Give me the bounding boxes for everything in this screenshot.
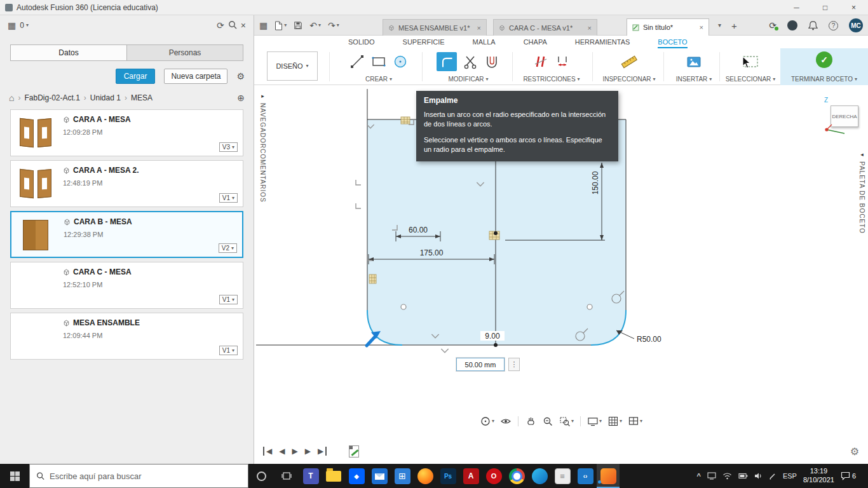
comentarios-panel-tab[interactable]: COMENTARIOS (259, 149, 266, 205)
timeline-skip-end-button[interactable]: ▶ (317, 447, 327, 456)
home-icon[interactable]: ⌂ (9, 93, 14, 102)
teams-icon[interactable] (299, 464, 322, 488)
speaker-icon[interactable] (754, 472, 763, 480)
list-item[interactable]: CARA C - MESA 12:52:10 PM V1▾ (10, 262, 243, 309)
file-explorer-icon[interactable] (322, 464, 345, 488)
breadcrumb-folder[interactable]: Unidad 1 (90, 93, 121, 102)
list-item-selected[interactable]: CARA B - MESA 12:29:38 PM V2▾ (10, 211, 243, 258)
measure-ruler-icon[interactable] (620, 53, 638, 70)
close-tab-icon[interactable]: × (588, 24, 592, 32)
line-tool-icon[interactable] (349, 53, 365, 70)
circle-tool-icon[interactable] (392, 53, 409, 70)
new-folder-button[interactable]: Nueva carpeta (164, 69, 227, 84)
store-icon[interactable] (391, 464, 414, 488)
fillet-radius-input[interactable] (456, 358, 505, 371)
model-canvas[interactable]: 60.00 175.00 150.00 (254, 85, 868, 438)
search-icon[interactable] (228, 20, 237, 30)
timeline-step-forward-button[interactable]: ▶ (304, 447, 311, 456)
timeline-step-back-button[interactable]: ◀ (278, 447, 285, 456)
notifications-bell-icon[interactable] (808, 20, 818, 30)
group-label-crear[interactable]: CREAR▾ (365, 76, 392, 83)
cortana-button[interactable] (248, 464, 274, 488)
view-cube[interactable]: Z DERECHA (822, 98, 867, 140)
sketch-point[interactable] (401, 304, 406, 309)
tab-superficie[interactable]: SUPERFICIE (403, 36, 445, 48)
photoshop-icon[interactable] (437, 464, 459, 488)
tab-boceto[interactable]: BOCETO (658, 36, 687, 48)
trim-scissors-icon[interactable] (462, 53, 478, 70)
finish-sketch-label[interactable]: TERMINAR BOCETO▾ (791, 76, 857, 83)
minimize-button[interactable]: ─ (782, 0, 811, 15)
tab-personas[interactable]: Personas (127, 45, 243, 60)
display-settings-button[interactable]: ▾ (586, 414, 603, 428)
workspace-selector[interactable]: DISEÑO▾ (267, 51, 318, 81)
help-icon[interactable]: ? (829, 21, 838, 30)
close-tab-icon[interactable]: × (700, 24, 703, 31)
pen-icon[interactable] (769, 472, 776, 480)
rectangle-tool-icon[interactable] (370, 53, 387, 70)
battery-icon[interactable] (738, 473, 748, 479)
version-dropdown[interactable]: V1▾ (219, 346, 238, 355)
kebab-menu-icon[interactable]: ⋮ (508, 358, 520, 371)
wifi-icon[interactable] (722, 472, 732, 480)
document-tab-active[interactable]: Sin título* × (627, 18, 709, 36)
viewports-button[interactable]: ▾ (627, 414, 644, 428)
parallel-constraint-icon[interactable] (532, 53, 549, 70)
sketch-vertex[interactable] (494, 231, 498, 235)
dimension-constraint-icon[interactable] (554, 53, 571, 70)
version-dropdown[interactable]: V2▾ (219, 243, 237, 253)
timeline-settings-gear-icon[interactable]: ⚙ (850, 445, 859, 458)
dropbox-icon[interactable] (345, 464, 368, 488)
upload-button[interactable]: Cargar (116, 69, 156, 84)
finish-sketch-button[interactable]: ✓ (816, 51, 832, 68)
list-item[interactable]: CARA A - MESA 12:09:28 PM V3▾ (10, 109, 243, 156)
fusion-360-taskbar-icon[interactable] (597, 464, 620, 488)
version-dropdown[interactable]: V3▾ (219, 142, 238, 152)
sync-status-icon[interactable]: ⟳ (769, 20, 776, 30)
action-center-button[interactable]: 6 (841, 471, 856, 480)
tab-malla[interactable]: MALLA (473, 36, 496, 48)
zoom-window-button[interactable]: ▾ (558, 414, 575, 428)
outlook-mail-icon[interactable] (368, 464, 391, 488)
tab-datos[interactable]: Datos (11, 45, 127, 60)
redo-button[interactable]: ↷▾ (328, 21, 339, 30)
navegador-panel-tab[interactable]: ▸ NAVEGADOR (259, 93, 266, 149)
display-tray-icon[interactable] (707, 472, 716, 480)
group-label-restricciones[interactable]: RESTRICCIONES▾ (523, 76, 580, 83)
close-button[interactable]: × (839, 0, 868, 15)
taskbar-search[interactable] (29, 464, 248, 488)
undo-button[interactable]: ↶▾ (309, 21, 321, 30)
breadcrumb-project[interactable]: FabDig-02-Act.1 (24, 93, 79, 102)
list-item[interactable]: MESA ENSAMBLE 12:09:44 PM V1▾ (10, 313, 243, 360)
dimension-9[interactable]: 9.00 (480, 331, 505, 341)
document-tab[interactable]: MESA ENSAMBLE v1* × (383, 19, 487, 36)
sketch-point[interactable] (587, 304, 592, 309)
group-label-insertar[interactable]: INSERTAR▾ (676, 76, 712, 83)
group-label-inspeccionar[interactable]: INSPECCIONAR▾ (602, 76, 655, 83)
insert-image-icon[interactable] (686, 53, 702, 70)
list-item[interactable]: CARA A - MESA 2. 12:48:19 PM V1▾ (10, 160, 243, 207)
firefox-icon[interactable] (414, 464, 437, 488)
chevron-up-icon[interactable]: ^ (696, 472, 700, 480)
code-app-icon[interactable] (574, 464, 597, 488)
version-dropdown[interactable]: V1▾ (219, 295, 238, 304)
task-view-button[interactable] (274, 464, 299, 488)
look-at-button[interactable] (499, 414, 513, 428)
document-tab[interactable]: CARA C - MESA v1* × (493, 19, 597, 36)
tab-herramientas[interactable]: HERRAMIENTAS (575, 36, 630, 48)
timeline-skip-start-button[interactable]: ◀ (263, 447, 273, 456)
language-indicator[interactable]: ESP (783, 472, 797, 480)
zoom-button[interactable] (541, 414, 555, 428)
web-view-icon[interactable]: ⊕ (237, 93, 245, 103)
search-input[interactable] (50, 471, 241, 481)
timeline-play-button[interactable]: ▶ (291, 447, 298, 456)
tab-solido[interactable]: SOLIDO (348, 36, 375, 48)
orbit-button[interactable]: ▾ (478, 414, 496, 428)
sketch-vertex[interactable] (494, 343, 498, 347)
close-panel-icon[interactable]: × (241, 21, 246, 30)
notes-icon[interactable] (551, 464, 574, 488)
job-status-icon[interactable] (787, 20, 797, 30)
close-tab-icon[interactable]: × (477, 24, 481, 32)
start-button[interactable] (0, 464, 29, 488)
group-label-seleccionar[interactable]: SELECCIONAR▾ (726, 76, 776, 83)
